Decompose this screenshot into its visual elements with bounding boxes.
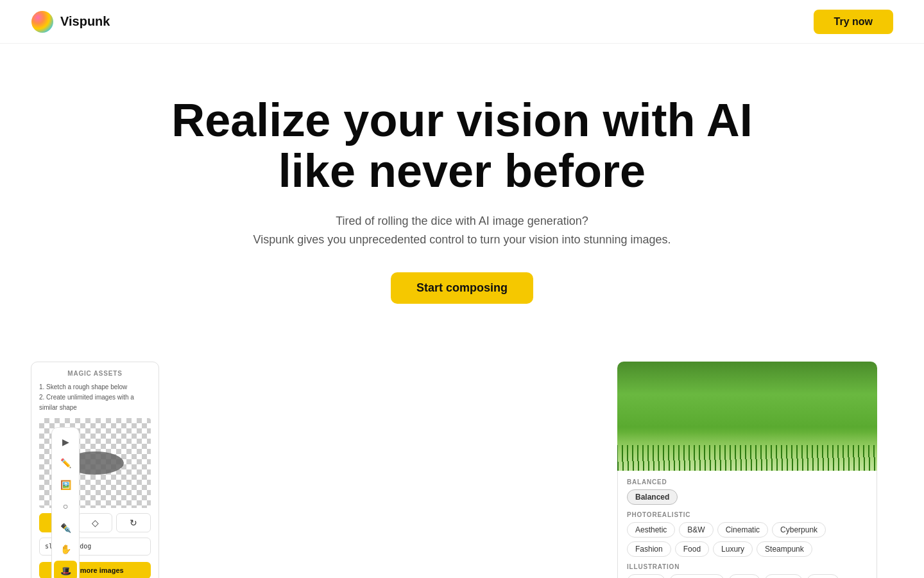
left-toolbar: ▶ ✏️ 🖼️ ○ ✒️ ✋ 🎩 🧍	[51, 427, 80, 578]
pen-icon: ✏️	[60, 458, 71, 468]
style-panel: BALANCED Balanced PHOTOREALISTIC Aesthet…	[617, 362, 893, 578]
balanced-section-label: BALANCED	[627, 478, 868, 486]
style-tag-steampunk[interactable]: Steampunk	[757, 541, 812, 557]
image-tool-button[interactable]: 🖼️	[54, 475, 77, 495]
shape-tool-button[interactable]: ○	[54, 496, 77, 516]
style-tag-cinematic[interactable]: Cinematic	[717, 522, 768, 538]
calligraphy-tool-button[interactable]: ✒️	[54, 518, 77, 538]
magic-panel-title: MAGIC ASSETS	[39, 370, 151, 377]
draw-tool-button[interactable]: ✏️	[54, 453, 77, 473]
logo[interactable]: Vispunk	[31, 10, 110, 33]
style-tag-balanced[interactable]: Balanced	[627, 489, 678, 505]
hero-subtitle: Tired of rolling the dice with AI image …	[31, 212, 893, 249]
select-tool-button[interactable]: ▶	[54, 432, 77, 452]
hat-tool-button[interactable]: 🎩	[54, 561, 77, 578]
illustration-section-label: ILLUSTRATION	[627, 563, 868, 570]
logo-text: Vispunk	[60, 14, 110, 29]
refresh-icon: ↻	[130, 518, 137, 528]
hero-preview-image	[617, 362, 877, 471]
style-tag-anime[interactable]: Anime	[627, 574, 665, 578]
nib-icon: ✒️	[60, 523, 71, 533]
photorealistic-section-label: PHOTOREALISTIC	[627, 511, 868, 518]
style-tag-calligraphy[interactable]: Calligraphy	[669, 574, 724, 578]
style-tag-luxury[interactable]: Luxury	[713, 541, 753, 557]
eraser-tool-button[interactable]: ◇	[78, 513, 112, 532]
svg-point-0	[31, 11, 53, 33]
style-tag-clay[interactable]: Clay	[728, 574, 760, 578]
image-icon: 🖼️	[60, 480, 71, 490]
style-tag-fashion[interactable]: Fashion	[627, 541, 671, 557]
try-now-button[interactable]: Try now	[814, 10, 893, 34]
style-tag-comic[interactable]: Comic	[764, 574, 803, 578]
style-tag-aesthetic[interactable]: Aesthetic	[627, 522, 675, 538]
style-tag-cyberpunk[interactable]: Cyberpunk	[772, 522, 826, 538]
start-composing-button[interactable]: Start composing	[391, 272, 533, 304]
style-tag-cute[interactable]: Cute	[807, 574, 839, 578]
photorealistic-tags: Aesthetic B&W Cinematic Cyberpunk Fashio…	[627, 522, 868, 557]
style-selector: BALANCED Balanced PHOTOREALISTIC Aesthet…	[617, 471, 877, 578]
cursor-icon: ▶	[62, 437, 69, 447]
illustration-tags: Anime Calligraphy Clay Comic Cute Line A…	[627, 574, 868, 578]
style-tag-bw[interactable]: B&W	[679, 522, 713, 538]
eraser-icon: ◇	[92, 518, 99, 528]
hero-title: Realize your vision with AI like never b…	[31, 95, 893, 197]
illustration-section: ILLUSTRATION Anime Calligraphy Clay Comi…	[627, 563, 868, 578]
circle-icon: ○	[63, 501, 68, 511]
magic-panel-steps: 1. Sketch a rough shape below 2. Create …	[39, 382, 151, 413]
balanced-tags: Balanced	[627, 489, 868, 505]
magic-assets-panel: MAGIC ASSETS 1. Sketch a rough shape bel…	[31, 362, 159, 578]
pan-tool-button[interactable]: ✋	[54, 539, 77, 559]
refresh-tool-button[interactable]: ↻	[116, 513, 151, 532]
vispunk-logo-icon	[31, 10, 54, 33]
hat-icon: 🎩	[60, 566, 71, 576]
demo-area: MAGIC ASSETS 1. Sketch a rough shape bel…	[0, 355, 924, 578]
grass-texture	[617, 445, 877, 471]
hand-icon: ✋	[60, 544, 71, 554]
style-tag-food[interactable]: Food	[675, 541, 709, 557]
hero-section: Realize your vision with AI like never b…	[0, 44, 924, 335]
